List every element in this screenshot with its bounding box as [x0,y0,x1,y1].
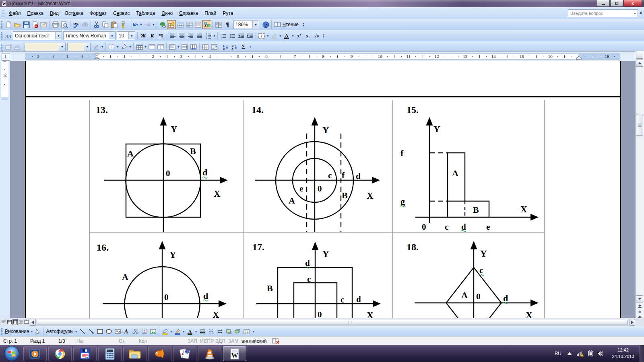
3d-style-icon[interactable] [233,327,242,336]
cut-icon[interactable] [92,20,101,29]
draw-menu[interactable]: Рисование [5,329,29,334]
diagram-icon[interactable] [131,327,140,336]
underline-icon[interactable]: Ч [157,31,165,40]
align-right-icon[interactable] [186,31,195,40]
italic-icon[interactable]: К [148,31,157,40]
taskbar-app-explorer[interactable] [123,346,147,361]
style-combobox[interactable]: Основной текст▼ [13,31,62,40]
menu-Вставка[interactable]: Вставка [62,9,87,17]
scroll-left-icon[interactable] [30,319,35,326]
zoom-combobox[interactable]: 186%▼ [233,20,259,29]
columns-icon[interactable] [194,20,202,29]
highlight-icon[interactable] [270,31,279,40]
document-map-icon[interactable] [214,20,223,29]
toolbar-drag-handle[interactable] [1,21,3,29]
line-color-icon[interactable] [173,327,182,336]
vertical-ruler[interactable]: 26 [1,61,8,100]
shading-color-icon[interactable] [120,43,128,51]
taskbar-app-fish[interactable] [148,346,171,361]
show-marks-icon[interactable]: ¶ [223,20,232,29]
distribute-rows-icon[interactable] [180,43,189,51]
arrow-icon[interactable] [87,327,96,336]
align-center-icon[interactable] [177,31,186,40]
insert-excel-icon[interactable]: X [185,20,194,29]
text-direction-icon[interactable] [210,43,219,51]
help-icon[interactable]: ? [261,20,270,29]
autoshapes-menu[interactable]: Автофигуры [46,329,73,334]
taskbar-app-floppy[interactable]: БЧ [73,346,97,361]
fill-color-icon[interactable] [161,327,169,336]
action-center-icon[interactable] [588,350,594,357]
taskbar-app-calculator[interactable]: 0 [98,346,122,361]
language-indicator[interactable]: RU [555,351,561,356]
insert-table-icon[interactable] [135,43,144,51]
horizontal-scroll-thumb[interactable] [37,320,628,325]
equation-icon[interactable]: √α [312,31,321,40]
mail-icon[interactable] [39,20,48,29]
taskbar-app-word[interactable]: W [223,346,246,361]
previous-page-icon[interactable] [636,303,643,309]
text-box-icon[interactable]: A [114,327,122,336]
line-icon[interactable] [78,327,87,336]
menu-Окно[interactable]: Окно [158,9,176,17]
menu-Таблица[interactable]: Таблица [133,9,158,17]
research-icon[interactable] [80,20,89,29]
menu-Рута[interactable]: Рута [219,9,236,17]
line-color-dropdown-icon[interactable]: ▼ [182,327,186,336]
toolbar-options-icon[interactable]: ▾▾ [321,31,326,41]
grid-icon[interactable] [242,327,251,336]
vertical-scrollbar[interactable] [636,51,644,320]
font-color-dropdown-icon[interactable]: ▼ [194,327,198,336]
menu-drag-handle[interactable] [2,9,4,17]
spelling-status-icon[interactable] [272,338,280,344]
redo-dropdown-icon[interactable]: ▼ [152,20,155,29]
select-objects-icon[interactable] [33,327,42,336]
oval-icon[interactable] [105,327,114,336]
taskbar-app-vlc[interactable] [198,346,221,361]
close-button[interactable]: x [623,0,642,7]
increase-indent-icon[interactable] [246,31,254,40]
menu-close-icon[interactable]: x [640,10,642,15]
start-button[interactable] [4,346,19,361]
outside-border-dropdown-icon[interactable]: ▼ [116,43,120,51]
open-icon[interactable] [13,20,22,29]
menu-Справка[interactable]: Справка [176,9,201,17]
shadow-style-icon[interactable] [225,327,233,336]
show-desktop-button[interactable] [640,345,644,362]
maximize-button[interactable] [610,0,623,7]
font-color-icon[interactable]: А [282,31,291,40]
toolbar-drag-handle[interactable] [1,327,3,335]
print-preview-icon[interactable] [60,20,69,29]
autosum-icon[interactable]: Σ [239,43,248,51]
menu-Вид[interactable]: Вид [47,9,62,17]
line-spacing-icon[interactable] [204,31,213,40]
bullet-list-icon[interactable] [228,31,237,40]
autofit-icon[interactable] [201,43,210,51]
sort-ascending-icon[interactable]: АЯ [221,43,230,51]
right-indent-marker[interactable] [576,56,582,60]
insert-table-icon[interactable] [176,20,185,29]
reading-label[interactable]: Чтение [283,22,299,27]
vertical-scroll-thumb[interactable] [636,115,643,136]
outline-view-icon[interactable] [18,319,23,325]
draw-table-icon[interactable] [4,43,13,51]
spelling-icon[interactable]: ABC [72,20,80,29]
select-browse-object-icon[interactable] [636,309,643,314]
menu-Сервис[interactable]: Сервис [110,9,133,17]
network-icon[interactable]: ! [577,350,584,357]
toolbar-options-icon[interactable]: ▾▾ [301,20,306,29]
distribute-columns-icon[interactable] [189,43,198,51]
clip-art-icon[interactable] [140,327,149,336]
line-style-combobox[interactable]: ▼ [25,43,66,51]
undo-icon[interactable] [130,20,139,29]
cell-align-dropdown-icon[interactable]: ▼ [177,43,180,51]
indent-markers[interactable] [94,53,100,60]
font-size-combobox[interactable]: 10▼ [117,31,135,40]
question-dropdown-icon[interactable]: ▼ [632,10,638,16]
border-color-icon[interactable] [92,43,101,51]
styles-pane-icon[interactable]: AA [4,31,13,40]
cell-align-icon[interactable] [168,43,177,51]
line-spacing-dropdown-icon[interactable]: ▼ [213,31,216,40]
paste-icon[interactable] [110,20,119,29]
rectangle-icon[interactable] [96,327,105,336]
